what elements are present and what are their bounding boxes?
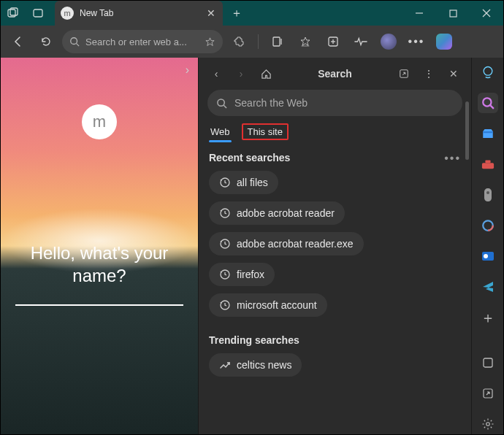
search-icon [69, 36, 80, 47]
svg-point-33 [484, 254, 488, 258]
svg-rect-9 [273, 37, 280, 46]
search-icon [216, 98, 227, 109]
tab-close-icon[interactable]: ✕ [207, 7, 215, 19]
sidebar-search-icon[interactable] [478, 93, 498, 113]
svg-rect-2 [34, 9, 42, 17]
favorites-icon[interactable] [294, 30, 317, 53]
new-tab-button[interactable]: ＋ [226, 2, 248, 24]
svg-line-25 [490, 105, 494, 109]
trending-searches-section: Trending searches celtics news [199, 324, 471, 384]
read-aloud-icon[interactable] [266, 30, 289, 53]
history-icon [219, 269, 231, 280]
refresh-button[interactable] [34, 30, 58, 53]
sidebar-games-icon[interactable] [478, 185, 498, 205]
copilot-icon[interactable] [432, 30, 456, 53]
svg-point-36 [486, 423, 489, 426]
panel-header: ‹ › Search ⋮ ✕ [199, 58, 471, 90]
edge-sidebar: ＋ [471, 58, 503, 434]
minimize-button[interactable] [402, 1, 436, 26]
recent-searches-header: Recent searches [209, 152, 461, 163]
chip-label: microsoft account [237, 299, 317, 311]
svg-rect-4 [450, 10, 457, 17]
trending-list: celtics news [209, 353, 461, 377]
recent-chip[interactable]: firefox [209, 263, 275, 286]
svg-point-16 [218, 99, 224, 105]
panel-home-icon[interactable] [256, 63, 276, 84]
tab-actions-icon[interactable] [26, 1, 50, 26]
close-window-button[interactable] [470, 1, 503, 26]
chip-label: adobe acrobat reader [237, 207, 335, 219]
recent-chip[interactable]: all files [209, 171, 278, 194]
tab-web[interactable]: Web [209, 123, 232, 140]
recent-more-icon[interactable]: ••• [444, 152, 461, 165]
chip-label: adobe acrobat reader.exe [237, 238, 354, 250]
back-button[interactable] [7, 30, 30, 53]
extensions-icon[interactable] [227, 30, 251, 53]
svg-rect-27 [481, 163, 493, 169]
chip-label: all files [237, 177, 268, 188]
sidebar-tools-icon[interactable] [478, 154, 498, 174]
address-placeholder: Search or enter web a... [85, 36, 187, 47]
profile-avatar[interactable] [377, 30, 400, 53]
sidebar-drop-icon[interactable] [478, 277, 498, 297]
ntp-name-input[interactable] [15, 304, 183, 306]
recent-chip[interactable]: adobe acrobat reader.exe [209, 232, 364, 255]
recent-list: all files adobe acrobat reader adobe acr… [209, 171, 461, 317]
svg-rect-26 [483, 131, 493, 133]
browser-toolbar: Search or enter web a... ••• [1, 26, 503, 58]
svg-point-7 [71, 38, 77, 45]
sidebar-settings-icon[interactable] [478, 414, 498, 434]
ntp-overlay: m Hello, what's your name? [1, 58, 198, 434]
svg-line-8 [77, 44, 80, 47]
history-icon [219, 299, 231, 311]
recent-chip[interactable]: microsoft account [209, 293, 327, 317]
window-controls [402, 1, 503, 26]
tab-this-site[interactable]: This site [248, 126, 283, 137]
sidebar-chat-icon[interactable] [478, 62, 498, 82]
panel-close-icon[interactable]: ✕ [443, 63, 464, 84]
panel-back-icon[interactable]: ‹ [206, 63, 226, 84]
trending-chip[interactable]: celtics news [209, 353, 302, 377]
recent-chip[interactable]: adobe acrobat reader [209, 201, 345, 225]
ntp-avatar[interactable]: m [82, 104, 117, 139]
svg-rect-28 [485, 161, 490, 163]
tab-title: New Tab [80, 8, 201, 18]
search-panel: ‹ › Search ⋮ ✕ Search the Web Web This s… [198, 58, 471, 434]
panel-tabs: Web This site [199, 122, 471, 145]
recent-searches-section: ••• Recent searches all files adobe acro… [199, 145, 471, 324]
sidebar-m365-icon[interactable] [478, 215, 498, 236]
open-external-icon[interactable] [394, 63, 414, 84]
panel-search-input[interactable]: Search the Web [207, 90, 462, 116]
collections-icon[interactable] [321, 30, 345, 53]
sidebar-reader-icon[interactable] [478, 353, 498, 373]
chip-label: firefox [237, 269, 264, 280]
svg-rect-34 [484, 358, 492, 367]
panel-more-icon[interactable]: ⋮ [419, 63, 439, 84]
panel-search-placeholder: Search the Web [234, 97, 308, 109]
address-bar[interactable]: Search or enter web a... [62, 30, 223, 53]
content-area: › m Hello, what's your name? ‹ › Search … [1, 58, 503, 434]
sidebar-share-icon[interactable] [478, 383, 498, 404]
browser-tab[interactable]: m New Tab ✕ [55, 1, 223, 26]
ntp-greeting: Hello, what's your name? [1, 242, 198, 287]
workspaces-icon[interactable] [1, 1, 26, 26]
panel-title: Search [280, 68, 389, 80]
favorite-icon[interactable] [205, 36, 215, 47]
title-bar: m New Tab ✕ ＋ [1, 1, 503, 26]
health-icon[interactable] [349, 30, 373, 53]
new-tab-page: › m Hello, what's your name? [1, 58, 198, 434]
panel-forward-icon[interactable]: › [231, 63, 251, 84]
edge-window: m New Tab ✕ ＋ Search or enter web a... [0, 0, 504, 435]
trending-icon [219, 359, 231, 371]
history-icon [219, 177, 231, 188]
toolbar-divider [258, 34, 259, 49]
sidebar-add-icon[interactable]: ＋ [478, 307, 498, 328]
maximize-button[interactable] [436, 1, 470, 26]
sidebar-outlook-icon[interactable] [478, 246, 498, 266]
svg-line-17 [224, 105, 226, 108]
more-menu-icon[interactable]: ••• [405, 30, 428, 53]
svg-point-29 [486, 191, 489, 194]
sidebar-shopping-icon[interactable] [478, 123, 498, 144]
history-icon [219, 207, 231, 219]
trending-searches-header: Trending searches [209, 334, 461, 346]
